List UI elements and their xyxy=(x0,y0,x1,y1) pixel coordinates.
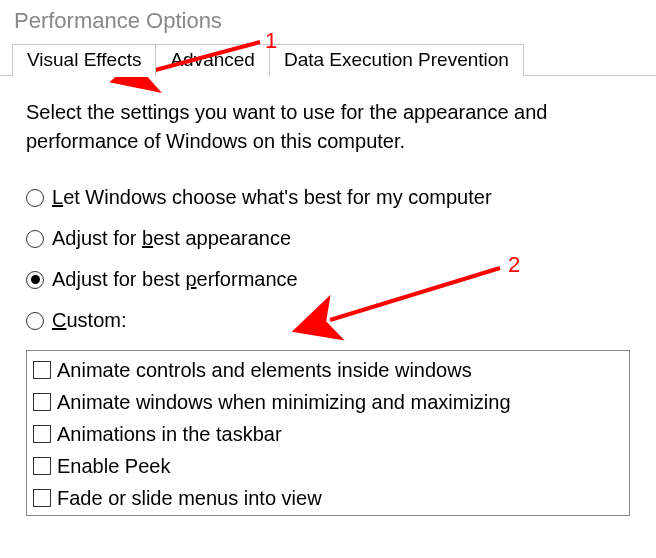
radio-best-appearance[interactable]: Adjust for best appearance xyxy=(26,227,630,250)
radio-label: Adjust for best appearance xyxy=(52,227,291,250)
tab-visual-effects[interactable]: Visual Effects xyxy=(12,44,156,77)
radio-best-performance[interactable]: Adjust for best performance xyxy=(26,268,630,291)
intro-text: Select the settings you want to use for … xyxy=(26,98,630,156)
radio-icon xyxy=(26,312,44,330)
checkbox-icon xyxy=(33,393,51,411)
checkbox-animations-taskbar[interactable]: Animations in the taskbar xyxy=(33,419,623,449)
radio-label: Let Windows choose what's best for my co… xyxy=(52,186,492,209)
checkbox-enable-peek[interactable]: Enable Peek xyxy=(33,451,623,481)
tab-content: Select the settings you want to use for … xyxy=(0,76,656,516)
radio-icon xyxy=(26,271,44,289)
checkbox-label: Animate controls and elements inside win… xyxy=(57,355,472,385)
checkbox-icon xyxy=(33,361,51,379)
radio-label: Custom: xyxy=(52,309,126,332)
radio-custom[interactable]: Custom: xyxy=(26,309,630,332)
checkbox-icon xyxy=(33,489,51,507)
window-title: Performance Options xyxy=(0,0,656,44)
checkbox-animate-windows[interactable]: Animate windows when minimizing and maxi… xyxy=(33,387,623,417)
effects-listbox[interactable]: Animate controls and elements inside win… xyxy=(26,350,630,516)
checkbox-icon xyxy=(33,425,51,443)
tab-advanced[interactable]: Advanced xyxy=(155,44,270,76)
checkbox-label: Animations in the taskbar xyxy=(57,419,282,449)
radio-icon xyxy=(26,230,44,248)
checkbox-animate-controls[interactable]: Animate controls and elements inside win… xyxy=(33,355,623,385)
radio-group: Let Windows choose what's best for my co… xyxy=(26,186,630,332)
checkbox-icon xyxy=(33,457,51,475)
checkbox-label: Fade or slide menus into view xyxy=(57,483,322,513)
tab-strip: Visual Effects Advanced Data Execution P… xyxy=(0,44,656,76)
radio-let-windows-choose[interactable]: Let Windows choose what's best for my co… xyxy=(26,186,630,209)
tab-data-execution-prevention[interactable]: Data Execution Prevention xyxy=(269,44,524,76)
radio-label: Adjust for best performance xyxy=(52,268,298,291)
checkbox-label: Enable Peek xyxy=(57,451,170,481)
radio-icon xyxy=(26,189,44,207)
checkbox-label: Animate windows when minimizing and maxi… xyxy=(57,387,511,417)
checkbox-fade-slide-menus[interactable]: Fade or slide menus into view xyxy=(33,483,623,513)
